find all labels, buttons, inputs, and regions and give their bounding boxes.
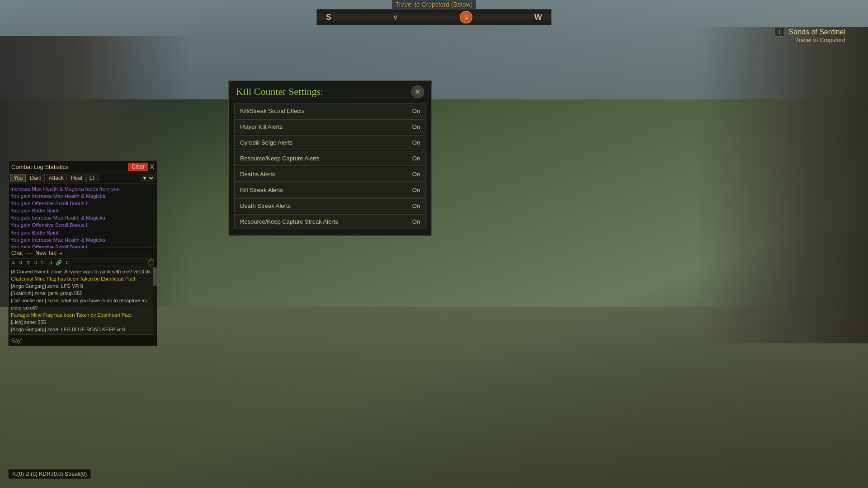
clear-button[interactable]: Clear: [128, 163, 148, 171]
sword-count: 0: [19, 260, 22, 265]
combat-tab-attack[interactable]: Attack: [46, 174, 67, 182]
travel-direction: (Below): [451, 1, 472, 8]
combat-log-header: Combat Log Statistics Clear X: [9, 161, 157, 173]
combat-log-title: Combat Log Statistics: [11, 164, 68, 170]
shield-count: 0: [49, 260, 52, 265]
combat-messages: Increase Max Health & Magicka fades from…: [9, 183, 157, 253]
chat-message: [Ango Gungarg] zone: LFG VR 8: [11, 283, 155, 290]
chat-scrollbar-thumb[interactable]: [153, 267, 157, 286]
kc-setting-value: On: [406, 218, 420, 225]
compass-icon: ⚔: [460, 11, 472, 23]
chat-tab-chat[interactable]: Chat: [11, 250, 23, 256]
combat-tab-dam[interactable]: Dam: [27, 174, 44, 182]
compass-marker: V: [393, 14, 397, 21]
kc-setting-value: On: [406, 202, 420, 209]
kc-setting-label: Resource/Keep Capture Streak Alerts: [240, 218, 406, 225]
combat-message: You gain Offensive Scroll Bonus I: [10, 200, 155, 207]
kill-counter-settings-list: Kill/Streak Sound EffectsOnPlayer Kill A…: [229, 102, 431, 235]
location-name: Sands of Sentinel: [789, 28, 845, 36]
combat-tabs: You Dam Attack Heal LT ▼: [9, 173, 157, 183]
combat-tab-heal[interactable]: Heal: [68, 174, 85, 182]
chat-tabs: Chat — New Tab +: [9, 248, 157, 258]
kc-setting-row[interactable]: Player Kill AlertsOn: [234, 119, 426, 134]
combat-tab-lt[interactable]: LT: [86, 174, 99, 182]
kc-setting-value: On: [406, 123, 420, 130]
chat-message: Farragut Mine Flag has been Taken by Ebo…: [11, 312, 155, 319]
kill-counter-dialog: Kill Counter Settings: ✕ Kill/Streak Sou…: [228, 80, 432, 236]
chain-icon: 🔗: [56, 260, 62, 266]
kill-stats-text: K:(0) D:(0) KDR:(0.0) Streak(0): [12, 471, 87, 477]
combat-message: You gain Increase Max Health & Magicka: [10, 192, 155, 200]
kill-counter-title: Kill Counter Settings:: [236, 86, 323, 98]
archway-right: [696, 27, 868, 343]
svg-text:⚔: ⚔: [464, 16, 467, 20]
sword-icon: ⚔: [11, 260, 16, 266]
chain-count: 0: [66, 260, 68, 265]
kc-setting-label: Death Streak Alerts: [240, 202, 406, 209]
kc-setting-value: On: [406, 187, 420, 193]
chat-panel: Chat — New Tab + ⚔ 0 🗡 0 🛡 0 🔗 0 [A Curv…: [8, 248, 157, 346]
kc-setting-value: On: [406, 171, 420, 178]
travel-destination: Travel to Cropsford: [396, 1, 449, 8]
compass-south: S: [326, 13, 331, 22]
combat-message: You gain Increase Max Health & Magicka: [10, 214, 155, 221]
location-key: T: [774, 27, 784, 37]
chat-add-button[interactable]: +: [59, 249, 63, 257]
kill-counter-title-bar: Kill Counter Settings: ✕: [229, 81, 431, 102]
chat-tab-newtab[interactable]: New Tab: [35, 250, 56, 256]
chat-message: [Lich] zone: 555: [11, 319, 155, 326]
kc-setting-label: Kill/Streak Sound Effects: [240, 108, 406, 114]
chat-message: [Skaldrith] zone: gank group 555: [11, 290, 155, 297]
combat-tab-you[interactable]: You: [10, 174, 26, 182]
location-travel: Travel to Cropsford: [774, 37, 845, 43]
combat-message: You gain Offensive Scroll Bonus I: [10, 221, 155, 229]
kc-setting-row[interactable]: Deaths AlertsOn: [234, 167, 426, 182]
kill-stats-bar: K:(0) D:(0) KDR:(0.0) Streak(0): [8, 469, 91, 479]
kc-setting-label: Resource/Keep Capture Alerts: [240, 155, 406, 162]
chat-message: [A Curved Sword] zone: Anyone want to ga…: [11, 268, 155, 276]
kc-setting-value: On: [406, 155, 420, 162]
chat-message: [Dat bootie dao] zone: what do you have …: [11, 297, 155, 312]
combat-message: You gain Battle Spirit: [10, 229, 155, 236]
combat-message: Increase Max Health & Magicka fades from…: [10, 185, 155, 192]
kc-setting-label: Kill Streak Alerts: [240, 187, 406, 193]
travel-label: Travel to Cropsford (Below): [392, 0, 476, 9]
kc-setting-value: On: [406, 139, 420, 146]
compass-west: W: [534, 13, 542, 22]
kc-setting-row[interactable]: Death Streak AlertsOn: [234, 198, 426, 213]
combat-dropdown[interactable]: ▼: [140, 174, 155, 182]
kc-setting-label: Player Kill Alerts: [240, 123, 406, 130]
chat-input-label: Say:: [11, 338, 22, 344]
compass-strip: S V ⚔ W: [316, 9, 552, 25]
kc-setting-label: Deaths Alerts: [240, 171, 406, 178]
chat-input-row: Say:: [9, 334, 157, 346]
kc-setting-label: Cyrodiil Seige Alerts: [240, 139, 406, 146]
kc-setting-value: On: [406, 108, 420, 114]
kc-setting-row[interactable]: Resource/Keep Capture AlertsOn: [234, 151, 426, 166]
combat-message: You gain Increase Max Health & Magicka: [10, 236, 155, 244]
combat-message: You gain Battle Spirit: [10, 207, 155, 214]
location-info: T Sands of Sentinel Travel to Cropsford: [774, 27, 845, 43]
combat-log-controls: Clear X: [128, 163, 154, 171]
kc-setting-row[interactable]: Kill/Streak Sound EffectsOn: [234, 103, 426, 118]
shield-icon: 🛡: [41, 260, 46, 265]
compass-bar: Travel to Cropsford (Below) S V ⚔ W: [307, 0, 561, 25]
kc-setting-row[interactable]: Resource/Keep Capture Streak AlertsOn: [234, 214, 426, 229]
chat-scrollbar[interactable]: [153, 248, 157, 346]
chat-message: [Ango Gungarg] zone: LFG BLUE ROAD KEEP …: [11, 326, 155, 333]
combat-log-panel: Combat Log Statistics Clear X You Dam At…: [8, 160, 157, 254]
chat-status-row: ⚔ 0 🗡 0 🛡 0 🔗 0: [9, 258, 157, 267]
kc-setting-row[interactable]: Kill Streak AlertsOn: [234, 183, 426, 197]
kill-counter-close-button[interactable]: ✕: [411, 85, 424, 98]
chat-messages: [A Curved Sword] zone: Anyone want to ga…: [9, 267, 157, 334]
kc-setting-row[interactable]: Cyrodiil Seige AlertsOn: [234, 135, 426, 150]
close-combat-button[interactable]: X: [150, 163, 154, 170]
dagger-count: 0: [34, 260, 37, 265]
dagger-icon: 🗡: [26, 260, 31, 265]
chat-message: Glademist Mine Flag has been Taken by Eb…: [11, 276, 155, 283]
